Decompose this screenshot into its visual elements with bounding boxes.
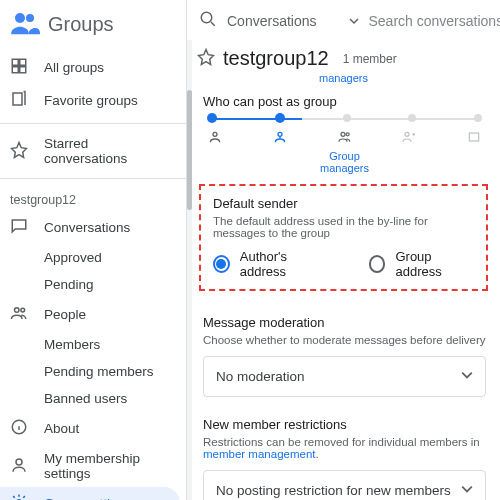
caret-down-icon: [461, 369, 473, 384]
conversations-icon: [10, 217, 28, 238]
scope-dropdown[interactable]: Conversations: [227, 13, 359, 29]
member-management-link[interactable]: member management: [203, 448, 316, 460]
new-member-select[interactable]: No posting restriction for new members: [203, 470, 486, 500]
svg-point-9: [278, 132, 282, 136]
svg-point-2: [15, 308, 20, 313]
sidebar-item-my-membership[interactable]: My membership settings: [0, 445, 180, 487]
bookmark-icon: [10, 90, 28, 111]
radio-label: Author's address: [240, 249, 329, 279]
label: Starred conversations: [44, 136, 170, 166]
svg-point-1: [26, 14, 34, 22]
sidebar: Groups All groups Favorite groups Starre…: [0, 0, 186, 500]
divider: [0, 178, 186, 179]
caret-down-icon: [461, 483, 473, 498]
section-new-member-restrictions: New member restrictions Restrictions can…: [187, 407, 500, 500]
radio-group: Author's address Group address: [213, 249, 474, 279]
main-content: Conversations Search conversations w tes…: [186, 0, 500, 500]
brand[interactable]: Groups: [0, 0, 186, 51]
search-input[interactable]: Search conversations w: [369, 13, 501, 29]
section-message-moderation: Message moderation Choose whether to mod…: [187, 305, 500, 407]
radio-icon: [369, 255, 386, 273]
section-title: Who can post as group: [203, 94, 486, 109]
member-count[interactable]: 1 member: [343, 52, 397, 66]
sidebar-item-approved[interactable]: Approved: [0, 244, 180, 271]
select-value: No posting restriction for new members: [216, 483, 451, 498]
role-icons: [203, 129, 486, 148]
slider-dot[interactable]: [408, 114, 416, 122]
org-icon: [462, 129, 486, 148]
svg-point-0: [15, 13, 25, 23]
dropdown-label: Conversations: [227, 13, 317, 29]
section-desc: Restrictions can be removed for individu…: [203, 436, 486, 460]
radio-label: Group address: [395, 249, 474, 279]
topbar: Conversations Search conversations w: [187, 0, 500, 41]
sidebar-item-people[interactable]: People: [0, 298, 180, 331]
label: Pending members: [44, 364, 154, 379]
label: Group settings: [44, 496, 132, 500]
slider-dot[interactable]: [474, 114, 482, 122]
slider-caption: Group managers: [203, 150, 486, 174]
label: People: [44, 307, 86, 322]
people-plus-icon: [397, 129, 421, 148]
people-icon: [10, 304, 28, 325]
manager-icon: [268, 129, 292, 148]
caret-down-icon: [349, 13, 359, 29]
svg-point-7: [201, 12, 212, 23]
label: Members: [44, 337, 100, 352]
sidebar-item-group-settings[interactable]: Group settings: [0, 487, 180, 500]
select-value: No moderation: [216, 369, 305, 384]
sidebar-item-about[interactable]: About: [0, 412, 180, 445]
info-icon: [10, 418, 28, 439]
svg-point-3: [21, 308, 25, 312]
sidebar-item-pending-members[interactable]: Pending members: [0, 358, 180, 385]
radio-icon: [213, 255, 230, 273]
slider-active-seg: [211, 118, 302, 120]
scrollbar-thumb[interactable]: [187, 90, 192, 210]
moderation-select[interactable]: No moderation: [203, 356, 486, 397]
label: My membership settings: [44, 451, 170, 481]
svg-point-12: [405, 132, 409, 136]
scrollbar[interactable]: [187, 40, 192, 500]
svg-point-8: [213, 132, 217, 136]
nav-favorite-groups[interactable]: Favorite groups: [0, 84, 180, 117]
label: Banned users: [44, 391, 127, 406]
label: Pending: [44, 277, 94, 292]
section-title: New member restrictions: [203, 417, 486, 432]
page-title: testgroup12: [223, 47, 329, 70]
sidebar-item-members[interactable]: Members: [0, 331, 180, 358]
person-icon: [10, 456, 28, 477]
role-slider[interactable]: [207, 113, 482, 123]
group-context-label: testgroup12: [0, 185, 186, 211]
section-desc: The default address used in the by-line …: [213, 215, 474, 239]
nav-starred[interactable]: Starred conversations: [0, 130, 180, 172]
radio-authors-address[interactable]: Author's address: [213, 249, 329, 279]
owner-icon: [203, 129, 227, 148]
sidebar-item-pending[interactable]: Pending: [0, 271, 180, 298]
section-title: Default sender: [213, 196, 474, 211]
label: About: [44, 421, 79, 436]
section-title: Message moderation: [203, 315, 486, 330]
section-post-as-group: Who can post as group Group managers: [187, 84, 500, 184]
svg-point-11: [346, 133, 349, 136]
groups-logo-icon: [10, 8, 40, 41]
star-icon: [10, 141, 28, 162]
slider-dot[interactable]: [343, 114, 351, 122]
search-icon[interactable]: [199, 10, 217, 31]
svg-point-10: [341, 132, 345, 136]
section-desc: Choose whether to moderate messages befo…: [203, 334, 486, 346]
svg-point-5: [16, 459, 22, 465]
page-header: testgroup12 1 member: [187, 41, 500, 74]
section-default-sender-highlight: Default sender The default address used …: [199, 184, 488, 291]
brand-text: Groups: [48, 13, 114, 36]
sidebar-item-banned[interactable]: Banned users: [0, 385, 180, 412]
star-outline-icon[interactable]: [197, 48, 215, 69]
sidebar-item-conversations[interactable]: Conversations: [0, 211, 180, 244]
label: Conversations: [44, 220, 130, 235]
slider-dot[interactable]: [207, 113, 217, 123]
nav-all-groups[interactable]: All groups: [0, 51, 180, 84]
radio-group-address[interactable]: Group address: [369, 249, 474, 279]
slider-dot[interactable]: [275, 113, 285, 123]
label: Favorite groups: [44, 93, 138, 108]
svg-rect-13: [469, 133, 478, 141]
divider: [0, 123, 186, 124]
